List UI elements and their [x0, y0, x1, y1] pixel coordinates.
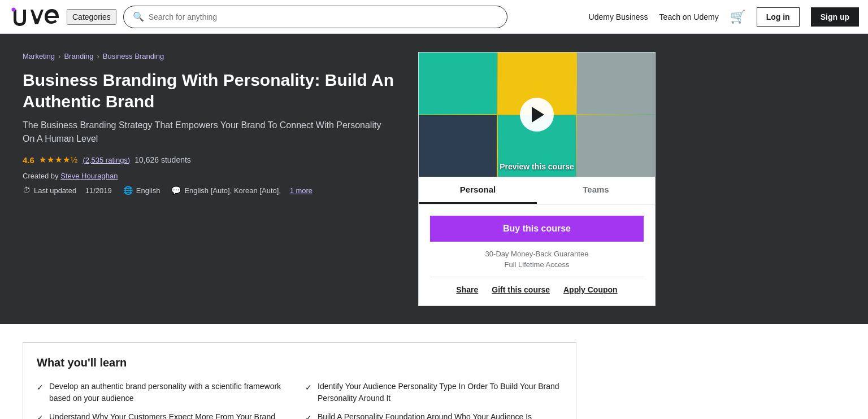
gift-link[interactable]: Gift this course [492, 285, 550, 294]
students-count: 10,626 students [134, 155, 191, 164]
subtitles: 💬 English [Auto], Korean [Auto], 1 more [171, 186, 313, 195]
learn-item-3: ✓ Identify Your Audience Personality Typ… [305, 381, 562, 404]
cart-icon[interactable]: 🛒 [730, 10, 745, 24]
learn-item-2: ✓ Understand Why Your Customers Expect M… [37, 411, 294, 419]
learn-item-3-text: Identify Your Audience Personality Type … [318, 381, 562, 404]
search-bar[interactable]: 🔍 [123, 6, 507, 28]
play-button[interactable] [520, 98, 554, 132]
breadcrumb-marketing[interactable]: Marketing [23, 52, 55, 60]
login-button[interactable]: Log in [757, 7, 800, 27]
instructor-link[interactable]: Steve Houraghan [60, 172, 118, 180]
language: 🌐 English [123, 186, 160, 195]
rating-score: 4.6 [23, 155, 34, 165]
content-area: What you'll learn ✓ Develop an authentic… [0, 324, 599, 419]
coupon-link[interactable]: Apply Coupon [563, 285, 618, 294]
stars: ★★★★½ [39, 155, 79, 165]
learn-item-2-text: Understand Why Your Customers Expect Mor… [49, 411, 294, 419]
clock-icon: ⏱ [23, 186, 31, 195]
rating-row: 4.6 ★★★★½ (2,535 ratings) 10,626 student… [23, 155, 396, 165]
preview-label: Preview this course [419, 162, 655, 171]
rating-count[interactable]: (2,535 ratings) [83, 156, 130, 164]
tab-teams[interactable]: Teams [537, 177, 655, 204]
play-triangle-icon [532, 107, 544, 123]
last-updated: ⏱ Last updated 11/2019 [23, 186, 112, 195]
divider [430, 277, 644, 277]
learn-item-4-text: Build A Personality Foundation Around Wh… [318, 411, 532, 419]
teach-on-udemy-link[interactable]: Teach on Udemy [659, 12, 719, 21]
more-subtitles-link[interactable]: 1 more [290, 186, 313, 195]
check-icon-4: ✓ [305, 412, 312, 419]
sidebar-spacer [599, 324, 836, 419]
header: Categories 🔍 Udemy Business Teach on Ude… [0, 0, 868, 34]
course-title: Business Branding With Personality: Buil… [23, 69, 396, 112]
caption-icon: 💬 [171, 186, 181, 195]
card-links: Share Gift this course Apply Coupon [430, 285, 644, 294]
mosaic-cell-3 [577, 53, 655, 114]
header-links: Udemy Business Teach on Udemy 🛒 Log in S… [589, 7, 859, 27]
buy-button[interactable]: Buy this course [430, 216, 644, 242]
breadcrumb-sep-2: › [97, 52, 99, 60]
signup-button[interactable]: Sign up [811, 7, 859, 27]
learn-box: What you'll learn ✓ Develop an authentic… [23, 342, 576, 419]
breadcrumb-branding[interactable]: Branding [64, 52, 93, 60]
tab-personal[interactable]: Personal [419, 177, 537, 204]
search-input[interactable] [149, 12, 498, 21]
tabs-row: Personal Teams [419, 177, 655, 204]
learn-item-1: ✓ Develop an authentic brand personality… [37, 381, 294, 404]
mosaic-cell-1 [419, 53, 497, 114]
main-content: What you'll learn ✓ Develop an authentic… [0, 324, 868, 419]
check-icon-2: ✓ [37, 412, 44, 419]
check-icon-3: ✓ [305, 382, 312, 394]
breadcrumb-sep-1: › [58, 52, 60, 60]
learn-item-4: ✓ Build A Personality Foundation Around … [305, 411, 562, 419]
lifetime-access-text: Full Lifetime Access [430, 260, 644, 269]
svg-point-0 [12, 7, 16, 11]
learn-item-1-text: Develop an authentic brand personality w… [49, 381, 294, 404]
hero-section: Marketing › Branding › Business Branding… [0, 34, 868, 324]
learn-title: What you'll learn [37, 356, 562, 369]
guarantee-text: 30-Day Money-Back Guarantee [430, 250, 644, 258]
meta-row: ⏱ Last updated 11/2019 🌐 English 💬 Engli… [23, 186, 396, 195]
card-body: Buy this course 30-Day Money-Back Guaran… [419, 204, 655, 305]
globe-icon: 🌐 [123, 186, 133, 195]
course-subtitle: The Business Branding Strategy That Empo… [23, 119, 396, 146]
share-link[interactable]: Share [456, 285, 478, 294]
course-card: Preview this course Personal Teams Buy t… [418, 52, 656, 306]
breadcrumb-business-branding[interactable]: Business Branding [103, 52, 164, 60]
created-by: Created by Steve Houraghan [23, 172, 396, 180]
check-icon-1: ✓ [37, 382, 44, 394]
categories-button[interactable]: Categories [67, 9, 116, 25]
breadcrumb: Marketing › Branding › Business Branding [23, 52, 396, 60]
preview-image[interactable]: Preview this course [419, 53, 655, 177]
search-icon: 🔍 [133, 11, 144, 22]
udemy-logo[interactable] [9, 7, 60, 27]
learn-grid: ✓ Develop an authentic brand personality… [37, 381, 562, 419]
hero-content: Marketing › Branding › Business Branding… [23, 52, 418, 306]
udemy-business-link[interactable]: Udemy Business [589, 12, 648, 21]
